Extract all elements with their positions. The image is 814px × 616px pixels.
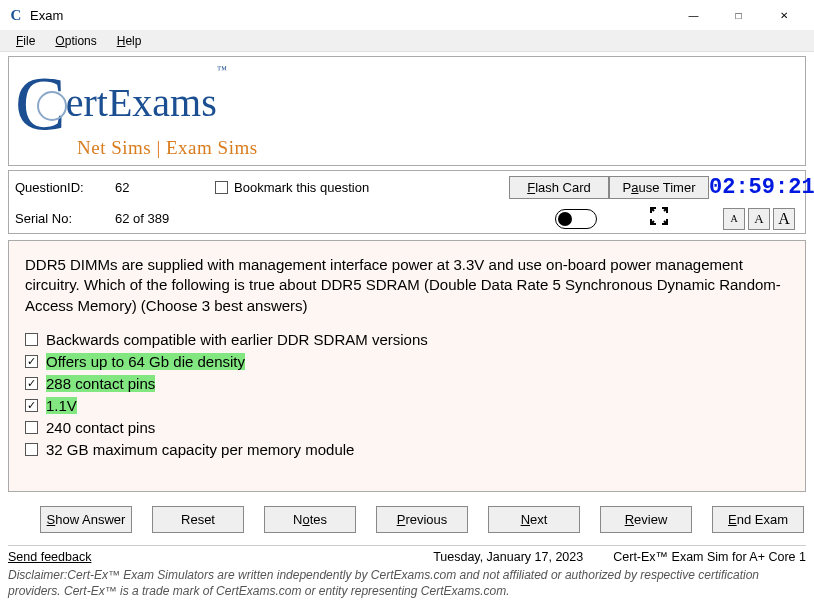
previous-button[interactable]: Previous (376, 506, 468, 533)
option-checkbox[interactable] (25, 333, 38, 346)
serial-no-value: 62 of 389 (115, 211, 215, 226)
option-text: 288 contact pins (46, 375, 155, 392)
window-title: Exam (30, 8, 63, 23)
question-id-label: QuestionID: (15, 180, 115, 195)
menu-help[interactable]: Help (107, 32, 152, 50)
status-product: Cert-Ex™ Exam Sim for A+ Core 1 (613, 550, 806, 564)
menu-file[interactable]: File (6, 32, 45, 50)
bookmark-label: Bookmark this question (234, 180, 369, 195)
notes-button[interactable]: Notes (264, 506, 356, 533)
font-size-controls: A A A (709, 208, 799, 230)
action-button-row: Show Answer Reset Notes Previous Next Re… (8, 502, 806, 537)
menu-file-rest: ile (23, 34, 35, 48)
show-answer-button[interactable]: Show Answer (40, 506, 132, 533)
expand-icon (649, 206, 669, 226)
question-id-value: 62 (115, 180, 215, 195)
option-row[interactable]: 288 contact pins (25, 374, 789, 393)
menu-options[interactable]: Options (45, 32, 106, 50)
option-row[interactable]: 1.1V (25, 396, 789, 415)
font-large-button[interactable]: A (773, 208, 795, 230)
option-text: 1.1V (46, 397, 77, 414)
maximize-button[interactable]: □ (716, 0, 761, 30)
dark-mode-toggle[interactable] (555, 209, 597, 229)
option-checkbox[interactable] (25, 377, 38, 390)
status-date: Tuesday, January 17, 2023 (433, 550, 583, 564)
font-small-button[interactable]: A (723, 208, 745, 230)
logo-tm: ™ (217, 64, 227, 75)
menubar: File Options Help (0, 30, 814, 52)
font-medium-button[interactable]: A (748, 208, 770, 230)
option-text: 240 contact pins (46, 419, 155, 436)
option-checkbox[interactable] (25, 399, 38, 412)
serial-no-label: Serial No: (15, 211, 115, 226)
option-checkbox[interactable] (25, 421, 38, 434)
option-checkbox[interactable] (25, 355, 38, 368)
option-text: Offers up to 64 Gb die density (46, 353, 245, 370)
next-button[interactable]: Next (488, 506, 580, 533)
flash-card-button[interactable]: Flash Card (509, 176, 609, 199)
option-row[interactable]: 240 contact pins (25, 418, 789, 437)
status-bar: Send feedback Tuesday, January 17, 2023 … (8, 545, 806, 564)
option-text: 32 GB maximum capacity per memory module (46, 441, 354, 458)
bookmark-checkbox[interactable]: Bookmark this question (215, 180, 415, 195)
logo-subtitle: Net Sims | Exam Sims (77, 137, 258, 159)
disclaimer-text: Disclaimer:Cert-Ex™ Exam Simulators are … (4, 568, 810, 599)
menu-options-rest: ptions (65, 34, 97, 48)
question-meta-panel: QuestionID: 62 Bookmark this question Fl… (8, 170, 806, 234)
options-list: Backwards compatible with earlier DDR SD… (25, 330, 789, 459)
logo-banner: CertExams™ Net Sims | Exam Sims (8, 56, 806, 166)
question-panel: DDR5 DIMMs are supplied with management … (8, 240, 806, 492)
fullscreen-button[interactable] (609, 206, 709, 231)
timer-display: 02:59:21 (709, 175, 799, 200)
pause-timer-button[interactable]: Pause Timer (609, 176, 709, 199)
brand-logo: CertExams™ (15, 65, 258, 141)
minimize-button[interactable]: — (671, 0, 716, 30)
option-row[interactable]: Backwards compatible with earlier DDR SD… (25, 330, 789, 349)
option-row[interactable]: 32 GB maximum capacity per memory module (25, 440, 789, 459)
app-icon: C (8, 7, 24, 23)
end-exam-button[interactable]: End Exam (712, 506, 804, 533)
logo-big-c: C (15, 65, 66, 141)
option-row[interactable]: Offers up to 64 Gb die density (25, 352, 789, 371)
checkbox-box-icon (215, 181, 228, 194)
question-text: DDR5 DIMMs are supplied with management … (25, 255, 789, 316)
menu-help-rest: elp (125, 34, 141, 48)
review-button[interactable]: Review (600, 506, 692, 533)
logo-text: ertExams (66, 80, 217, 125)
window-titlebar: C Exam — □ ✕ (0, 0, 814, 30)
close-button[interactable]: ✕ (761, 0, 806, 30)
send-feedback-link[interactable]: Send feedback (8, 550, 91, 564)
option-checkbox[interactable] (25, 443, 38, 456)
reset-button[interactable]: Reset (152, 506, 244, 533)
option-text: Backwards compatible with earlier DDR SD… (46, 331, 428, 348)
